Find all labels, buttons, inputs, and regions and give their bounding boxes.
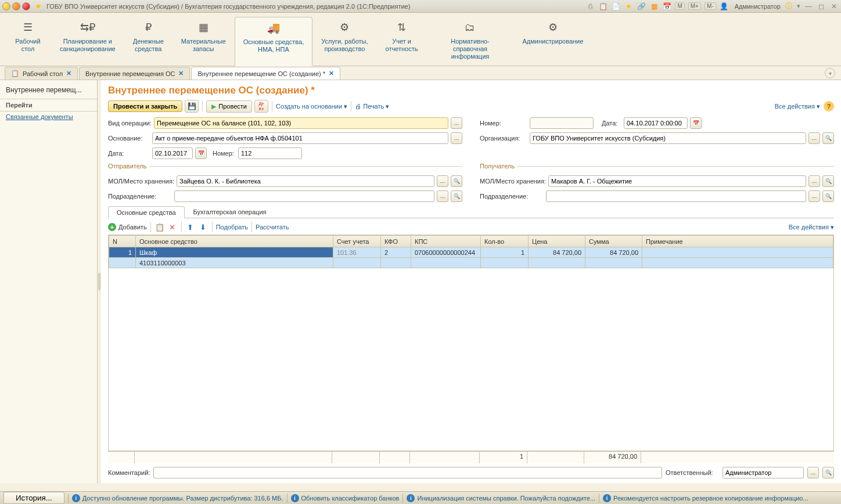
base-input[interactable] (152, 132, 448, 144)
receiver-title: Получатель (480, 163, 834, 170)
tab-close-icon[interactable]: ✕ (178, 70, 184, 77)
info-icon[interactable]: ⓘ (784, 2, 793, 11)
section-services[interactable]: ⚙Услуги, работы, производство (312, 16, 376, 66)
col-price[interactable]: Цена (529, 236, 585, 247)
table-row[interactable]: 1 Шкаф 101.36 2 07060000000000244 1 84 7… (109, 247, 833, 258)
open-button[interactable]: 🔍 (822, 175, 834, 187)
doc-icon[interactable]: 📄 (611, 2, 620, 11)
date-input[interactable] (152, 147, 193, 159)
tab-close-icon[interactable]: ✕ (66, 70, 71, 77)
grid-icon[interactable]: ▦ (649, 2, 659, 11)
expand-tabs-icon[interactable]: ▾ (825, 68, 835, 78)
calendar-icon[interactable]: 📅 (662, 2, 671, 11)
select-button[interactable]: … (808, 132, 820, 144)
col-account[interactable]: Счет учета (333, 236, 381, 247)
calendar-button[interactable]: 📅 (195, 147, 207, 159)
section-assets[interactable]: 🚚Основные средства, НМА, НПА (235, 17, 313, 66)
col-sum[interactable]: Сумма (585, 236, 642, 247)
sender-mol-input[interactable] (177, 175, 434, 187)
date2-input[interactable] (624, 117, 688, 129)
section-materials[interactable]: ▦Материальные запасы (172, 16, 235, 66)
col-kfo[interactable]: КФО (381, 236, 411, 247)
calendar-button[interactable]: 📅 (690, 117, 702, 129)
nav-goto[interactable]: Перейти (0, 99, 97, 111)
status-banks[interactable]: iОбновить классификатор банков (291, 494, 400, 502)
up-icon[interactable]: ⬆ (185, 222, 196, 232)
favorite-icon[interactable]: ★ (624, 2, 633, 11)
resp-input[interactable] (723, 467, 804, 478)
save-button[interactable]: 💾 (185, 100, 199, 113)
link-icon[interactable]: 🔗 (637, 2, 646, 11)
select-button[interactable]: … (451, 117, 462, 129)
comment-input[interactable] (153, 467, 662, 478)
col-kps[interactable]: КПС (411, 236, 481, 247)
m-plus-button[interactable]: М+ (688, 2, 701, 10)
minimize-btn[interactable] (12, 2, 20, 10)
col-n[interactable]: N (109, 236, 136, 247)
delete-icon[interactable]: ✕ (167, 222, 178, 232)
section-planning[interactable]: ⇆₽Планирование и санкционирование (51, 16, 124, 66)
nav-related-docs[interactable]: Связанные документы (0, 111, 97, 122)
tab-close-icon[interactable]: ✕ (329, 70, 334, 77)
all-actions-dropdown[interactable]: Все действия ▾ (775, 103, 820, 110)
user-label[interactable]: Администратор (735, 3, 781, 10)
m-button[interactable]: М (675, 2, 684, 10)
down-icon[interactable]: ⬇ (198, 222, 209, 232)
select-button[interactable]: Подобрать (216, 224, 248, 231)
col-note[interactable]: Примечание (642, 236, 833, 247)
status-help[interactable]: iИнициализация системы справки. Пожалуйс… (407, 494, 595, 502)
open-button[interactable]: 🔍 (822, 467, 834, 478)
table-row[interactable]: 4103110000003 (109, 258, 833, 268)
select-button[interactable]: … (807, 467, 819, 478)
maximize-icon[interactable]: ◻ (817, 2, 826, 11)
post-button[interactable]: ▶Провести (206, 100, 252, 113)
close-btn[interactable] (22, 2, 30, 10)
tabs-bar: 📋Рабочий стол✕ Внутренние перемещения ОС… (0, 66, 841, 80)
op-type-input[interactable] (154, 117, 448, 129)
col-qty[interactable]: Кол-во (481, 236, 529, 247)
section-money[interactable]: ₽Денежные средства (124, 16, 172, 66)
org-input[interactable] (530, 132, 806, 144)
num-input[interactable] (238, 147, 302, 159)
tab-list[interactable]: Внутренние перемещения ОС✕ (79, 67, 190, 80)
print-icon[interactable]: ⎙ (585, 2, 595, 11)
tab-desktop[interactable]: 📋Рабочий стол✕ (5, 67, 78, 80)
sender-dept-input[interactable] (174, 190, 434, 202)
help-icon[interactable]: ? (824, 101, 834, 111)
open-button[interactable]: 🔍 (451, 190, 462, 202)
select-button[interactable]: … (437, 175, 448, 187)
receiver-dept-input[interactable] (546, 190, 806, 202)
section-reference[interactable]: 🗂Нормативно-справочная информация (426, 16, 513, 66)
status-backup[interactable]: iРекомендуется настроить резервное копир… (603, 494, 808, 502)
all-actions-dropdown[interactable]: Все действия ▾ (789, 224, 834, 231)
section-reports[interactable]: ⇅Учет и отчетность (377, 16, 427, 66)
print-dropdown[interactable]: 🖨 Печать ▾ (355, 103, 389, 110)
close-icon[interactable]: ✕ (829, 2, 839, 11)
post-close-button[interactable]: Провести и закрыть (108, 100, 182, 112)
add-button[interactable]: +Добавить (108, 223, 147, 231)
receiver-mol-input[interactable] (548, 175, 806, 187)
create-based-dropdown[interactable]: Создать на основании ▾ (276, 103, 347, 110)
section-admin[interactable]: ⚙Администрирование (513, 16, 592, 66)
select-button[interactable]: … (451, 132, 462, 144)
section-desktop[interactable]: ☰Рабочий стол (5, 16, 51, 66)
tab-assets[interactable]: Основные средства (108, 206, 185, 218)
col-asset[interactable]: Основное средство (136, 236, 333, 247)
open-button[interactable]: 🔍 (822, 132, 834, 144)
copy-icon[interactable]: 📋 (598, 2, 608, 11)
tab-accounting[interactable]: Бухгалтерская операция (185, 206, 275, 218)
star-icon[interactable]: ★ (35, 2, 42, 10)
copy-icon[interactable]: 📋 (154, 222, 165, 232)
open-button[interactable]: 🔍 (822, 190, 834, 202)
select-button[interactable]: … (437, 190, 448, 202)
calc-button[interactable]: Рассчитать (256, 224, 289, 231)
dt-kt-button[interactable]: ДтКт (254, 100, 268, 113)
m-minus-button[interactable]: М- (705, 2, 716, 10)
minimize-icon[interactable]: — (804, 2, 813, 11)
select-button[interactable]: … (808, 175, 820, 187)
history-button[interactable]: История... (3, 492, 64, 504)
open-button[interactable]: 🔍 (451, 175, 462, 187)
tab-doc[interactable]: Внутреннее перемещение ОС (создание) *✕ (191, 67, 340, 80)
select-button[interactable]: … (808, 190, 820, 202)
status-update[interactable]: iДоступно обновление программы. Размер д… (72, 494, 283, 502)
